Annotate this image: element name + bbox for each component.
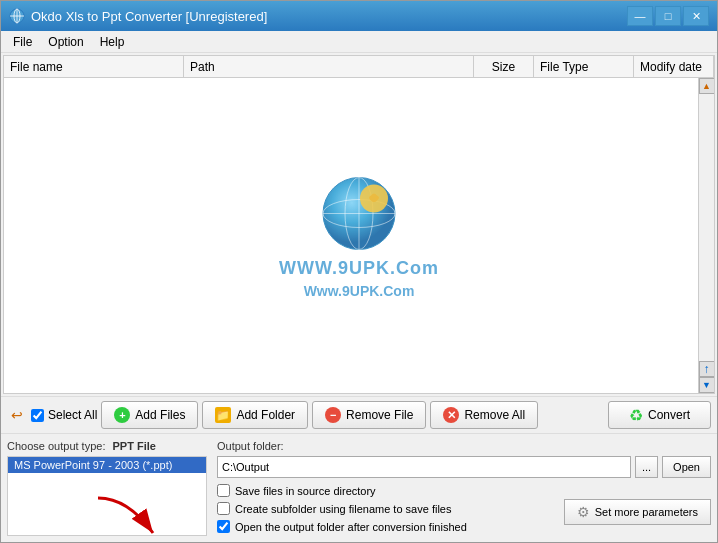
close-button[interactable]: ✕ xyxy=(683,6,709,26)
toolbar-row: ↩ Select All + Add Files 📁 Add Folder − … xyxy=(1,396,717,433)
table-body: WWW.9UPK.Com Www.9UPK.Com ▲ ↑ ▼ xyxy=(4,78,714,393)
folder-row: ... Open xyxy=(217,456,711,478)
menu-file[interactable]: File xyxy=(5,33,40,51)
create-subfolder-checkbox[interactable] xyxy=(217,502,230,515)
col-header-size: Size xyxy=(474,56,534,77)
col-header-type: File Type xyxy=(534,56,634,77)
minimize-button[interactable]: — xyxy=(627,6,653,26)
checkbox-row-0: Save files in source directory xyxy=(217,484,467,497)
watermark: WWW.9UPK.Com Www.9UPK.Com xyxy=(279,173,439,298)
output-type-section: Choose output type: PPT File MS PowerPoi… xyxy=(7,440,207,536)
save-source-checkbox[interactable] xyxy=(217,484,230,497)
convert-button[interactable]: ♻ Convert xyxy=(608,401,711,429)
remove-file-button[interactable]: − Remove File xyxy=(312,401,426,429)
svg-point-4 xyxy=(323,177,395,249)
scrollbar-right: ▲ ↑ ▼ xyxy=(698,78,714,393)
open-button[interactable]: Open xyxy=(662,456,711,478)
scroll-up-button[interactable]: ▲ xyxy=(699,78,715,94)
remove-all-button[interactable]: ✕ Remove All xyxy=(430,401,538,429)
add-folder-icon: 📁 xyxy=(215,407,231,423)
output-folder-input[interactable] xyxy=(217,456,631,478)
create-subfolder-label: Create subfolder using filename to save … xyxy=(235,503,451,515)
watermark-line2: Www.9UPK.Com xyxy=(304,282,415,298)
add-folder-button[interactable]: 📁 Add Folder xyxy=(202,401,308,429)
title-controls: — □ ✕ xyxy=(627,6,709,26)
svg-point-9 xyxy=(360,184,388,212)
open-after-checkbox[interactable] xyxy=(217,520,230,533)
back-button[interactable]: ↩ xyxy=(7,405,27,425)
set-params-button[interactable]: ⚙ Set more parameters xyxy=(564,499,711,525)
output-type-item[interactable]: MS PowerPoint 97 - 2003 (*.ppt) xyxy=(8,457,206,473)
maximize-button[interactable]: □ xyxy=(655,6,681,26)
select-all-checkbox[interactable] xyxy=(31,409,44,422)
bottom-section: Choose output type: PPT File MS PowerPoi… xyxy=(1,433,717,542)
col-header-date: Modify date xyxy=(634,56,714,77)
menu-bar: File Option Help xyxy=(1,31,717,53)
checkbox-row-2: Open the output folder after conversion … xyxy=(217,520,467,533)
watermark-globe xyxy=(319,173,399,253)
checkbox-row-1: Create subfolder using filename to save … xyxy=(217,502,467,515)
bottom-options-row: Save files in source directory Create su… xyxy=(217,484,711,536)
convert-icon: ♻ xyxy=(629,406,643,425)
svg-point-6 xyxy=(323,199,395,227)
arrow-decoration xyxy=(88,493,168,536)
app-icon xyxy=(9,8,25,24)
col-header-path: Path xyxy=(184,56,474,77)
open-after-label: Open the output folder after conversion … xyxy=(235,521,467,533)
remove-file-icon: − xyxy=(325,407,341,423)
output-folder-label: Output folder: xyxy=(217,440,711,452)
title-bar: Okdo Xls to Ppt Converter [Unregistered]… xyxy=(1,1,717,31)
output-type-list[interactable]: MS PowerPoint 97 - 2003 (*.ppt) xyxy=(7,456,207,536)
scroll-first-button[interactable]: ↑ xyxy=(699,361,715,377)
main-window: Okdo Xls to Ppt Converter [Unregistered]… xyxy=(0,0,718,543)
red-arrow-svg xyxy=(88,493,168,536)
save-source-label: Save files in source directory xyxy=(235,485,376,497)
output-folder-section: Output folder: ... Open Save files in so… xyxy=(217,440,711,536)
add-files-icon: + xyxy=(114,407,130,423)
svg-point-5 xyxy=(345,177,373,249)
remove-all-icon: ✕ xyxy=(443,407,459,423)
col-header-name: File name xyxy=(4,56,184,77)
output-type-label: Choose output type: PPT File xyxy=(7,440,207,452)
select-all-label: Select All xyxy=(48,408,97,422)
browse-button[interactable]: ... xyxy=(635,456,658,478)
menu-option[interactable]: Option xyxy=(40,33,91,51)
checkboxes-column: Save files in source directory Create su… xyxy=(217,484,467,536)
title-bar-left: Okdo Xls to Ppt Converter [Unregistered] xyxy=(9,8,267,24)
menu-help[interactable]: Help xyxy=(92,33,133,51)
table-header: File name Path Size File Type Modify dat… xyxy=(4,56,714,78)
watermark-line1: WWW.9UPK.Com xyxy=(279,257,439,278)
scroll-down-button[interactable]: ▼ xyxy=(699,377,715,393)
window-title: Okdo Xls to Ppt Converter [Unregistered] xyxy=(31,9,267,24)
add-files-button[interactable]: + Add Files xyxy=(101,401,198,429)
gear-icon: ⚙ xyxy=(577,504,590,520)
file-table-container: File name Path Size File Type Modify dat… xyxy=(3,55,715,394)
